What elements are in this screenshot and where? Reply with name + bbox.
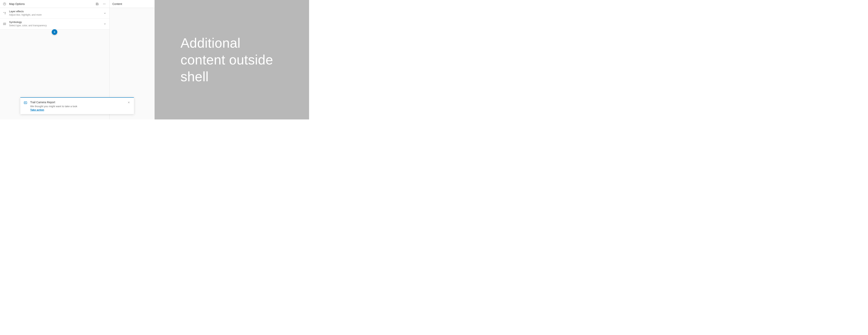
outside-region: Additional content outside shell — [155, 0, 309, 119]
svg-point-3 — [103, 4, 103, 4]
notice-body: Trail Camera Report We thought you might… — [30, 101, 125, 111]
svg-rect-7 — [25, 102, 26, 103]
svg-rect-6 — [24, 102, 27, 104]
notice-card: Trail Camera Report We thought you might… — [20, 97, 134, 114]
header-actions — [94, 1, 107, 7]
notice-action-link[interactable]: Take action — [30, 108, 44, 111]
content-title: Content — [113, 2, 122, 5]
panel-title: Map Options — [9, 2, 94, 5]
notice-message: We thought you might want to take a look — [30, 105, 125, 108]
option-title: Layer effects — [9, 10, 103, 13]
information-icon — [24, 101, 27, 105]
option-row-layer-effects[interactable]: Layer effects Adjust blur, highlight, an… — [0, 8, 110, 19]
svg-point-4 — [104, 4, 104, 4]
more-button[interactable] — [101, 1, 107, 7]
chevron-down-icon — [103, 11, 107, 15]
option-text: Layer effects Adjust blur, highlight, an… — [9, 10, 103, 17]
option-title: Symbology — [9, 21, 103, 24]
app-shell: Map Options — [0, 0, 155, 119]
svg-point-5 — [105, 4, 105, 4]
chevron-down-icon — [103, 22, 107, 26]
save-button[interactable] — [94, 1, 100, 7]
option-row-symbology[interactable]: Symbology Select type, color, and transp… — [0, 19, 110, 29]
option-list: Layer effects Adjust blur, highlight, an… — [0, 8, 110, 29]
svg-rect-2 — [97, 4, 98, 5]
option-subtitle: Adjust blur, highlight, and more — [9, 13, 103, 17]
help-icon[interactable] — [3, 2, 6, 6]
add-button[interactable] — [52, 29, 57, 35]
notice-title: Trail Camera Report — [30, 101, 125, 105]
map-options-panel: Map Options — [0, 0, 110, 119]
option-subtitle: Select type, color, and transparency — [9, 24, 103, 27]
panel-header: Map Options — [0, 0, 110, 8]
content-header: Content — [110, 0, 154, 8]
option-text: Symbology Select type, color, and transp… — [9, 21, 103, 27]
outside-text: Additional content outside shell — [181, 35, 283, 85]
map-icon — [3, 22, 6, 26]
sparkle-icon — [3, 11, 6, 15]
close-button[interactable] — [127, 101, 131, 105]
